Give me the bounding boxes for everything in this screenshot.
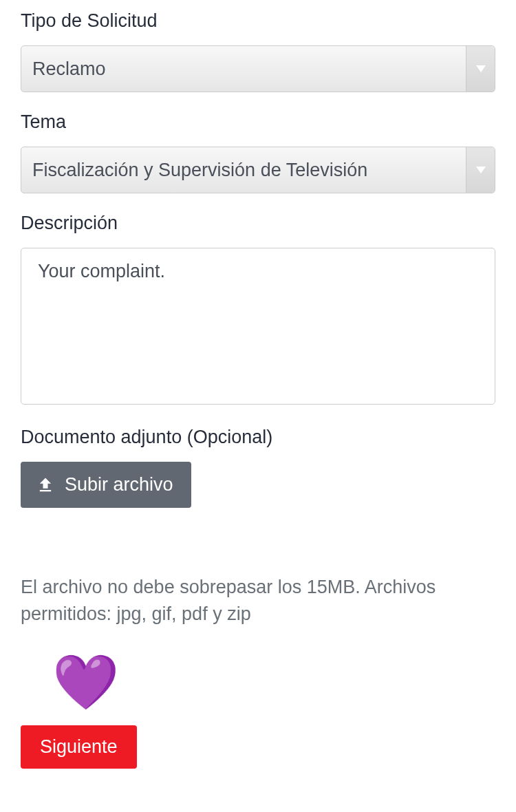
- file-help-text: El archivo no debe sobrepasar los 15MB. …: [21, 574, 495, 628]
- next-button[interactable]: Siguiente: [21, 725, 137, 769]
- heart-icon: 💜: [52, 655, 495, 709]
- documento-label: Documento adjunto (Opcional): [21, 427, 495, 448]
- upload-button-label: Subir archivo: [65, 474, 173, 495]
- svg-marker-1: [476, 167, 486, 173]
- tipo-solicitud-value: Reclamo: [21, 58, 466, 80]
- tema-select[interactable]: Fiscalización y Supervisión de Televisió…: [21, 147, 495, 193]
- svg-marker-0: [476, 65, 486, 72]
- chevron-down-icon: [466, 147, 495, 193]
- descripcion-group: Descripción: [21, 213, 495, 407]
- tipo-solicitud-label: Tipo de Solicitud: [21, 10, 495, 32]
- chevron-down-icon: [466, 46, 495, 92]
- tipo-solicitud-select[interactable]: Reclamo: [21, 45, 495, 92]
- upload-icon: [36, 476, 55, 495]
- tema-value: Fiscalización y Supervisión de Televisió…: [21, 160, 466, 181]
- documento-group: Documento adjunto (Opcional) Subir archi…: [21, 427, 495, 508]
- tipo-solicitud-group: Tipo de Solicitud Reclamo: [21, 10, 495, 92]
- tema-group: Tema Fiscalización y Supervisión de Tele…: [21, 111, 495, 193]
- tema-label: Tema: [21, 111, 495, 133]
- upload-file-button[interactable]: Subir archivo: [21, 462, 191, 508]
- descripcion-label: Descripción: [21, 213, 495, 234]
- descripcion-textarea[interactable]: [21, 248, 495, 405]
